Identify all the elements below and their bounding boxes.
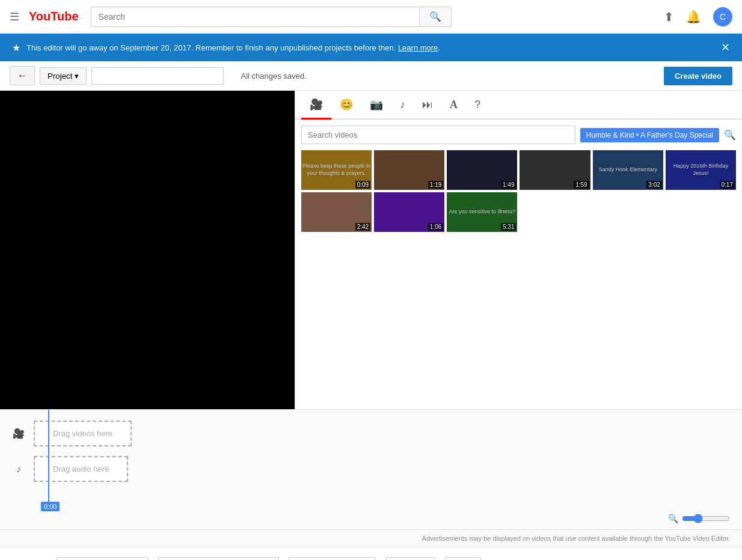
search-button[interactable]: 🔍 (419, 7, 451, 26)
project-name-input[interactable] (91, 67, 224, 85)
notification-banner: ★ This editor will go away on September … (0, 34, 742, 61)
video-thumb[interactable]: Are you sensitive to illness?5:31 (447, 192, 517, 232)
video-thumb[interactable]: Please keep these people in your thought… (301, 150, 372, 190)
text-tab-icon: A (450, 99, 458, 111)
video-duration: 1:19 (428, 181, 443, 189)
avatar[interactable]: C (713, 7, 732, 26)
header-right: ⬆ 🔔 C (664, 7, 732, 26)
location-button[interactable]: Content location: United States ▾ (158, 557, 279, 560)
footer: YouTube 👤 Language: English ▾ Content lo… (0, 547, 742, 560)
video-grid: Please keep these people in your thought… (301, 150, 736, 232)
restricted-mode-button[interactable]: Restricted Mode: On ▾ (289, 557, 376, 560)
history-button[interactable]: 🕐 History (385, 557, 435, 560)
preview-area (0, 91, 295, 409)
project-dropdown-icon: ▾ (75, 72, 79, 81)
search-input[interactable] (91, 7, 419, 26)
tab-bar: 🎥 😊 📷 ♪ ⏭ A ? (295, 91, 742, 120)
video-duration: 1:49 (501, 181, 516, 189)
create-video-button[interactable]: Create video (664, 67, 732, 85)
editor-toolbar: ← Project ▾ All changes saved. Create vi… (0, 61, 742, 91)
search-chip[interactable]: Humble & Kind • A Father's Day Special (580, 128, 719, 142)
video-thumb[interactable]: 1:19 (374, 150, 444, 190)
upload-icon[interactable]: ⬆ (664, 10, 674, 24)
video-search-input[interactable] (301, 126, 575, 144)
video-duration: 2:42 (355, 223, 370, 231)
back-button[interactable]: ← (10, 66, 35, 85)
transition-tab-icon: ⏭ (422, 99, 433, 111)
video-thumb[interactable]: 2:42 (301, 192, 372, 232)
video-duration: 0:09 (355, 181, 370, 189)
banner-close-button[interactable]: ✕ (721, 41, 730, 54)
project-label: Project (48, 72, 72, 81)
video-thumb[interactable]: 1:06 (374, 192, 444, 232)
ads-notice: Advertisements may be displayed on video… (0, 529, 742, 547)
logo-text: YouTube (29, 10, 79, 23)
video-duration: 5:31 (501, 223, 516, 231)
editor-main: 🎥 😊 📷 ♪ ⏭ A ? Humble (0, 91, 742, 409)
header: ☰ YouTube 🔍 ⬆ 🔔 C (0, 0, 742, 34)
video-thumb[interactable]: Sandy Hook Elementary3:02 (593, 150, 663, 190)
timeline-area: 🎥 Drag videos here ♪ Drag audio here 0:0… (0, 409, 742, 529)
video-thumb[interactable]: Happy 2016th Birthday Jesus!0:17 (666, 150, 736, 190)
search-bar: 🔍 (91, 7, 452, 27)
zoom-slider[interactable] (682, 514, 730, 523)
timeline-audio-row: ♪ Drag audio here (0, 451, 742, 487)
tab-text[interactable]: A (441, 91, 466, 118)
timeline-time-label: 0:00 (41, 502, 60, 511)
logo-red: Tube (51, 10, 78, 23)
emoji-tab-icon: 😊 (340, 99, 353, 111)
timeline-video-icon: 🎥 (10, 428, 28, 439)
video-duration: 3:02 (646, 181, 661, 189)
logo[interactable]: YouTube (29, 10, 79, 23)
saved-status: All changes saved. (241, 72, 306, 81)
video-thumb[interactable]: 1:59 (520, 150, 590, 190)
banner-text: This editor will go away on September 20… (26, 43, 721, 52)
video-duration: 1:59 (574, 181, 589, 189)
tab-music[interactable]: ♪ (391, 91, 414, 118)
tab-transition[interactable]: ⏭ (414, 91, 441, 118)
video-duration: 0:17 (720, 181, 735, 189)
language-button[interactable]: 👤 Language: English ▾ (57, 557, 149, 560)
help-tab-icon: ? (474, 99, 480, 111)
tab-emoji[interactable]: 😊 (331, 91, 361, 118)
music-tab-icon: ♪ (400, 99, 405, 111)
timeline-cursor (48, 410, 49, 509)
timeline-audio-icon: ♪ (10, 464, 28, 475)
footer-top: YouTube 👤 Language: English ▾ Content lo… (12, 557, 730, 560)
video-search-button[interactable]: 🔍 (724, 129, 736, 141)
photo-tab-icon: 📷 (370, 99, 383, 111)
video-tab-icon: 🎥 (310, 99, 323, 111)
banner-star-icon: ★ (12, 42, 20, 53)
timeline-zoom: 🔍 (668, 514, 730, 523)
bell-icon[interactable]: 🔔 (686, 10, 701, 24)
logo-black: You (29, 10, 51, 23)
menu-icon[interactable]: ☰ (10, 10, 19, 23)
timeline-video-row: 🎥 Drag videos here (0, 416, 742, 451)
learn-more-link[interactable]: Learn more (398, 43, 438, 52)
tab-help[interactable]: ? (466, 91, 489, 118)
help-button[interactable]: ? Help (444, 557, 481, 560)
zoom-icon: 🔍 (668, 514, 678, 523)
video-duration: 1:06 (428, 223, 443, 231)
tab-photo[interactable]: 📷 (361, 91, 391, 118)
video-thumb[interactable]: 1:49 (447, 150, 517, 190)
right-panel: 🎥 😊 📷 ♪ ⏭ A ? Humble (295, 91, 742, 409)
project-dropdown[interactable]: Project ▾ (40, 67, 87, 85)
tab-video[interactable]: 🎥 (301, 91, 331, 118)
video-grid-container: Please keep these people in your thought… (295, 150, 742, 409)
search-area: Humble & Kind • A Father's Day Special 🔍 (295, 120, 742, 150)
